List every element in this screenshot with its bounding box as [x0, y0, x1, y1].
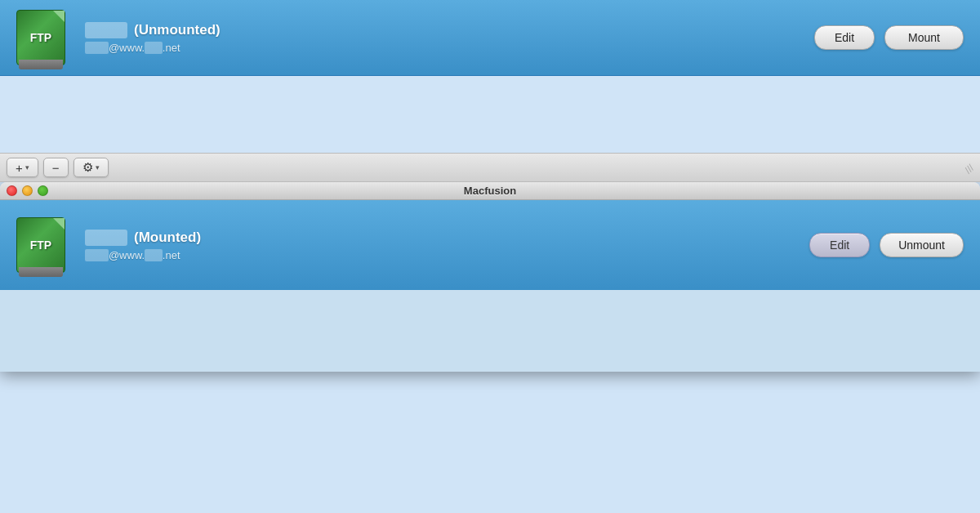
- window-maximize-button[interactable]: [38, 185, 48, 196]
- ftp-disk-base: [19, 60, 63, 69]
- mount-button[interactable]: Mount: [884, 25, 964, 50]
- add-button[interactable]: + ▾: [7, 158, 38, 176]
- ftp-icon-label: FTP: [30, 31, 51, 44]
- mounted-url-suffix: .net: [163, 249, 180, 261]
- bottom-empty-area: [0, 290, 980, 372]
- remove-button[interactable]: −: [43, 158, 69, 177]
- settings-chevron-icon: ▾: [96, 163, 100, 172]
- ftp-disk-base-mounted: [19, 267, 63, 277]
- mounted-item-actions: Edit Unmount: [809, 233, 964, 257]
- add-button-group[interactable]: + ▾: [7, 158, 38, 177]
- window-titlebar: Macfusion: [0, 182, 980, 200]
- resize-grip-lines: ///: [963, 163, 976, 176]
- settings-button[interactable]: ⚙ ▾: [74, 158, 108, 176]
- ftp-icon-label-mounted: FTP: [30, 239, 51, 252]
- macfusion-window: Macfusion FTP (Mounted) @www. .net: [0, 182, 980, 372]
- edit-button-unmounted[interactable]: Edit: [814, 25, 875, 50]
- unmounted-url-suffix: .net: [163, 42, 180, 54]
- mounted-item-title: (Mounted): [85, 230, 796, 246]
- remove-icon: −: [52, 161, 60, 175]
- window-close-button[interactable]: [7, 185, 17, 196]
- toolbar-area: + ▾ − ⚙ ▾ ///: [0, 76, 980, 182]
- mounted-name-blurred: [85, 230, 127, 246]
- ftp-icon-mounted: FTP: [16, 217, 72, 273]
- window-minimize-button[interactable]: [22, 185, 33, 196]
- unmounted-status-label: (Unmounted): [134, 22, 220, 38]
- mounted-item-subtitle: @www. .net: [85, 249, 796, 261]
- mounted-item-row: FTP (Mounted) @www. .net Edit Unmount: [0, 200, 980, 290]
- toolbar-bar: + ▾ − ⚙ ▾ ///: [0, 153, 980, 182]
- window-controls: [7, 185, 48, 196]
- add-chevron-icon: ▾: [25, 163, 29, 172]
- unmounted-url-domain-blurred: [145, 42, 163, 54]
- ftp-icon-unmounted: FTP: [16, 10, 72, 65]
- mounted-status-label: (Mounted): [134, 230, 201, 246]
- unmounted-item-row: FTP (Unmounted) @www. .net Edit Mount: [0, 0, 980, 76]
- unmounted-url-prefix: @www.: [109, 42, 145, 54]
- resize-grip: ///: [960, 161, 973, 174]
- mounted-item-info: (Mounted) @www. .net: [85, 230, 796, 261]
- unmounted-item-title: (Unmounted): [85, 22, 801, 38]
- settings-button-group[interactable]: ⚙ ▾: [74, 158, 109, 177]
- unmounted-item-actions: Edit Mount: [814, 25, 964, 50]
- unmounted-name-blurred: [85, 22, 127, 38]
- mounted-url-prefix: @www.: [109, 249, 145, 261]
- unmounted-item-subtitle: @www. .net: [85, 42, 801, 54]
- unmounted-url-blurred: [85, 42, 109, 54]
- edit-button-mounted[interactable]: Edit: [809, 233, 870, 257]
- mounted-url-blurred: [85, 249, 109, 261]
- add-icon: +: [16, 161, 23, 175]
- window-title: Macfusion: [464, 185, 516, 197]
- unmount-button[interactable]: Unmount: [880, 233, 964, 257]
- settings-gear-icon: ⚙: [82, 160, 93, 175]
- mounted-url-domain-blurred: [145, 249, 163, 261]
- unmounted-item-info: (Unmounted) @www. .net: [85, 22, 801, 54]
